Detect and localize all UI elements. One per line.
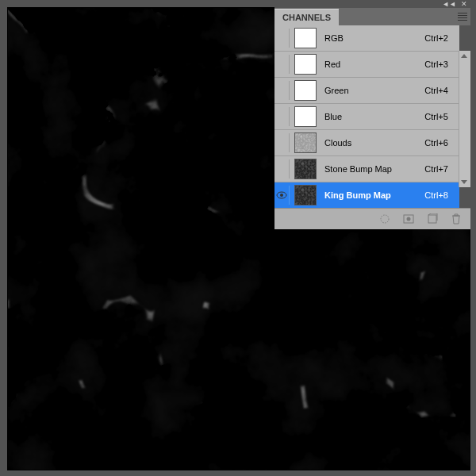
panel-tabbar: CHANNELS [274, 8, 470, 25]
delete-channel-icon[interactable] [450, 213, 463, 225]
svg-point-8 [381, 215, 389, 223]
new-channel-icon[interactable] [426, 213, 439, 225]
visibility-toggle[interactable] [274, 55, 290, 74]
channel-name: Red [321, 60, 420, 69]
close-icon[interactable]: ✕ [461, 1, 467, 8]
svg-rect-11 [428, 215, 436, 223]
channel-name: Clouds [321, 138, 420, 148]
channel-row-rgb[interactable]: RGBCtrl+2 [274, 25, 459, 51]
panel-footer [274, 208, 470, 229]
channel-thumbnail [294, 159, 317, 179]
channel-shortcut: Ctrl+8 [424, 190, 455, 200]
channel-name: Green [321, 86, 420, 95]
channel-name: Blue [321, 112, 420, 121]
channel-row-king-bump-map[interactable]: King Bump MapCtrl+8 [274, 182, 459, 208]
channel-row-clouds[interactable]: CloudsCtrl+6 [274, 129, 459, 155]
collapse-icon[interactable]: ◄◄ [442, 1, 456, 8]
visibility-toggle[interactable] [274, 29, 290, 48]
channel-shortcut: Ctrl+5 [424, 112, 455, 121]
save-selection-icon[interactable] [402, 213, 415, 225]
visibility-toggle[interactable] [274, 159, 290, 178]
channel-list: RGBCtrl+2RedCtrl+3GreenCtrl+4BlueCtrl+5C… [274, 25, 470, 208]
panel-topbar: ◄◄ ✕ [274, 0, 470, 8]
visibility-toggle[interactable] [274, 186, 290, 205]
svg-rect-7 [295, 186, 316, 205]
channel-name: RGB [321, 33, 420, 43]
channel-row-stone-bump-map[interactable]: Stone Bump MapCtrl+7 [274, 155, 459, 182]
channel-thumbnail [294, 28, 317, 48]
channel-name: Stone Bump Map [321, 164, 420, 174]
app-window: ◄◄ ✕ CHANNELS RGBCtrl+2RedCtrl+3GreenCtr… [0, 0, 476, 476]
panel-menu-icon[interactable] [453, 13, 467, 21]
visibility-toggle[interactable] [274, 107, 290, 126]
svg-point-6 [280, 194, 283, 197]
visibility-toggle[interactable] [274, 81, 290, 100]
tab-channels[interactable]: CHANNELS [274, 9, 339, 25]
channel-thumbnail [294, 54, 317, 75]
channel-shortcut: Ctrl+3 [424, 60, 455, 69]
channel-thumbnail [294, 106, 317, 127]
channels-panel: ◄◄ ✕ CHANNELS RGBCtrl+2RedCtrl+3GreenCtr… [274, 0, 470, 229]
channel-name: King Bump Map [321, 190, 420, 200]
svg-point-10 [407, 217, 411, 221]
channel-shortcut: Ctrl+4 [424, 86, 455, 95]
load-selection-icon[interactable] [378, 213, 391, 225]
channel-thumbnail [294, 132, 317, 153]
channel-row-blue[interactable]: BlueCtrl+5 [274, 103, 459, 129]
svg-rect-3 [295, 133, 316, 152]
channel-shortcut: Ctrl+2 [424, 33, 455, 43]
channel-row-red[interactable]: RedCtrl+3 [274, 51, 459, 77]
channel-thumbnail [294, 185, 317, 205]
scrollbar[interactable] [459, 51, 470, 187]
channel-thumbnail [294, 80, 317, 101]
svg-rect-4 [295, 159, 316, 178]
channel-shortcut: Ctrl+7 [424, 164, 455, 174]
channel-row-green[interactable]: GreenCtrl+4 [274, 77, 459, 103]
channel-shortcut: Ctrl+6 [424, 138, 455, 148]
visibility-toggle[interactable] [274, 133, 290, 152]
